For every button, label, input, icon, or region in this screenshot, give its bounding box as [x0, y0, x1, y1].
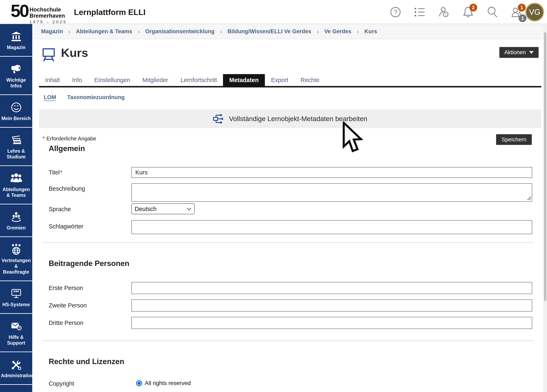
section-divider	[42, 340, 534, 341]
svg-text:***: ***	[13, 290, 19, 295]
sprache-select-wrapper: Deutsch	[131, 203, 195, 214]
actions-button[interactable]: Aktionen	[499, 47, 539, 58]
sidebar-item-gremien[interactable]: Gremien	[0, 204, 32, 237]
monitor-icon: ***	[1, 288, 31, 299]
copyright-label: Copyright	[49, 380, 74, 387]
radio-button[interactable]	[136, 380, 142, 386]
sidebar-item-label: Magazin	[1, 45, 31, 50]
main-content: Kurs Aktionen Inhalt Info Einstellungen …	[32, 39, 543, 392]
subtab-taxonomiezuordnung[interactable]: Taxonomiezuordnung	[67, 94, 125, 101]
titel-input[interactable]	[131, 167, 532, 178]
svg-text:?: ?	[394, 8, 397, 16]
tab-lernfortschritt[interactable]: Lernfortschritt	[174, 74, 223, 86]
zweite-person-label: Zweite Person	[49, 302, 87, 309]
actions-button-label: Aktionen	[504, 49, 526, 56]
breadcrumb: Magazin › Abteilungen & Teams › Organisa…	[32, 24, 547, 39]
sidebar-item-label: Gremien	[1, 225, 31, 231]
section-title-allgemein: Allgemein	[49, 144, 85, 153]
sidebar-item-label: Hilfe & Support	[1, 334, 31, 346]
help-icon[interactable]: ?	[390, 6, 401, 19]
metadata-tree-icon	[213, 114, 225, 124]
breadcrumb-item[interactable]: Abteilungen & Teams	[76, 28, 132, 35]
notification-badge: 2	[469, 4, 477, 12]
tools-icon	[1, 359, 31, 370]
sidebar-item-mein-bereich[interactable]: Mein Bereich	[0, 95, 32, 128]
people-group-icon	[1, 173, 31, 184]
subtab-lom[interactable]: LOM	[44, 94, 56, 101]
required-asterisk: *	[60, 169, 62, 176]
course-easel-icon	[42, 48, 55, 63]
sidebar-item-vertretungen[interactable]: Vertretungen & Beauftragte	[0, 237, 32, 281]
sprache-select[interactable]: Deutsch	[131, 203, 195, 214]
breadcrumb-item[interactable]: Kurs	[364, 28, 377, 35]
globe-people-icon	[1, 244, 31, 255]
schlagwoerter-label: Schlagwörter	[49, 223, 83, 230]
sidebar-item-abteilungen-teams[interactable]: Abteilungen & Teams	[0, 166, 32, 204]
breadcrumb-item[interactable]: Ve Gerdes	[324, 28, 351, 35]
edit-full-metadata-link[interactable]: Vollständige Lernobjekt-Metadaten bearbe…	[39, 109, 541, 128]
copyright-radio-option[interactable]: All rights reserved	[136, 380, 191, 386]
mail-help-icon: ?	[1, 320, 31, 332]
breadcrumb-separator: ›	[357, 27, 359, 35]
sidebar-item-hs-systeme[interactable]: *** HS-Systeme	[0, 281, 32, 314]
save-button-label: Speichern	[501, 136, 526, 143]
sidebar-item-magazin[interactable]: Magazin	[0, 24, 32, 57]
task-list-icon[interactable]	[414, 6, 425, 19]
copyright-option-label: All rights reserved	[145, 380, 191, 386]
books-icon	[1, 134, 31, 146]
logo-50: 50	[11, 1, 28, 20]
megaphone-icon	[1, 63, 31, 75]
required-asterisk: *	[42, 135, 45, 142]
zweite-person-input[interactable]	[131, 299, 532, 311]
contacts-icon[interactable]: 1 1	[511, 6, 522, 19]
contacts-badge: 1	[518, 4, 526, 12]
save-button[interactable]: Speichern	[496, 134, 532, 145]
tab-mitglieder[interactable]: Mitglieder	[136, 74, 174, 86]
sidebar-item-lehre-studium[interactable]: Lehre & Studium	[0, 128, 32, 166]
scrollbar-thumb[interactable]	[544, 32, 546, 301]
sprache-label: Sprache	[49, 206, 71, 213]
erste-person-input[interactable]	[131, 282, 532, 294]
svg-text:?: ?	[18, 326, 20, 330]
sidebar-item-label: Administration	[1, 373, 31, 378]
section-divider	[42, 242, 534, 243]
sidebar-item-label: Vertretungen & Beauftragte	[1, 257, 31, 275]
tab-export[interactable]: Export	[265, 74, 294, 86]
search-icon[interactable]	[487, 6, 498, 19]
tab-bar: Inhalt Info Einstellungen Mitglieder Ler…	[39, 74, 541, 88]
beschreibung-textarea[interactable]	[131, 183, 532, 202]
breadcrumb-item[interactable]: Bildung/Wissen/ELLI Ve Gerdes	[227, 28, 311, 35]
bell-icon[interactable]: 2	[462, 6, 474, 19]
bank-icon	[1, 31, 31, 42]
sidebar-item-label: Wichtige Infos	[1, 77, 31, 89]
tab-einstellungen[interactable]: Einstellungen	[88, 74, 136, 86]
tab-info[interactable]: Info	[66, 74, 88, 86]
schlagwoerter-input[interactable]	[131, 220, 532, 234]
logo-name-line2: Bremerhaven	[30, 13, 67, 19]
breadcrumb-item[interactable]: Organisationsentwicklung	[145, 28, 215, 35]
page-title: Kurs	[61, 46, 88, 60]
user-avatar[interactable]: VG	[525, 3, 544, 21]
sub-tab-bar: LOM Taxonomiezuordnung	[44, 94, 125, 101]
sidebar-item-hilfe-support[interactable]: ? Hilfe & Support	[0, 314, 32, 352]
app-title: Lernplattform ELLI	[74, 8, 146, 17]
tab-metadaten[interactable]: Metadaten	[223, 74, 265, 86]
dritte-person-input[interactable]	[131, 317, 532, 329]
user-pending-icon[interactable]: !	[438, 6, 450, 19]
titel-label: Titel*	[49, 169, 62, 176]
top-header-bar: 50 Hochschule Bremerhaven 1975 – 2025 Le…	[0, 0, 547, 24]
breadcrumb-separator: ›	[137, 27, 140, 35]
tab-inhalt[interactable]: Inhalt	[39, 74, 66, 86]
sidebar-item-wichtige-infos[interactable]: Wichtige Infos	[0, 57, 32, 95]
sidebar-item-label: Mein Bereich	[1, 115, 31, 121]
chevron-down-icon	[529, 51, 534, 54]
beschreibung-label: Beschreibung	[49, 185, 85, 192]
section-title-beitragende-personen: Beitragende Personen	[49, 259, 129, 268]
dritte-person-label: Dritte Person	[49, 319, 83, 326]
breadcrumb-separator: ›	[220, 27, 222, 35]
sidebar-item-label: Lehre & Studium	[1, 148, 31, 160]
breadcrumb-separator: ›	[317, 27, 319, 35]
breadcrumb-item[interactable]: Magazin	[41, 28, 63, 35]
sidebar-item-administration[interactable]: Administration	[0, 352, 32, 385]
tab-rechte[interactable]: Rechte	[294, 74, 326, 86]
